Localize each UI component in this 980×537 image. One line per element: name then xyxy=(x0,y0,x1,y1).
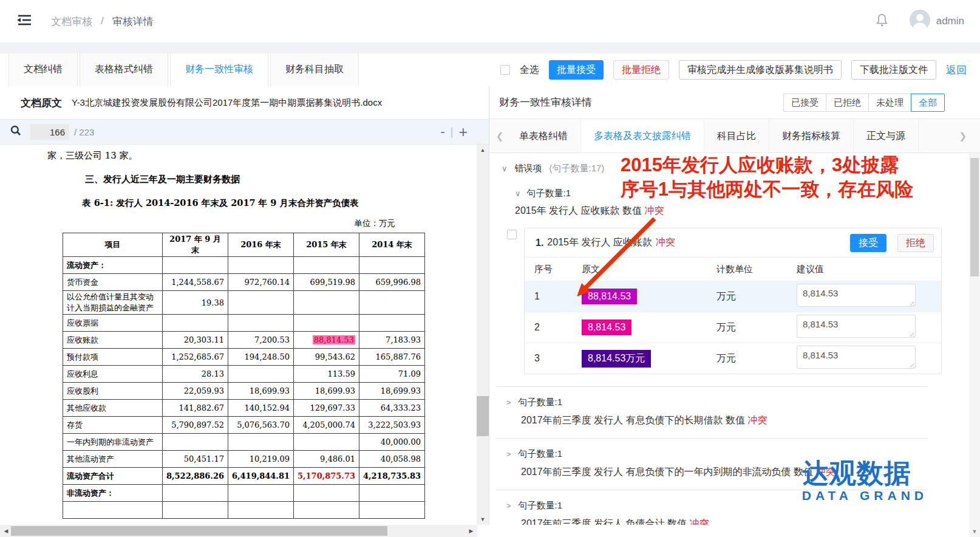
suggested-value-input[interactable] xyxy=(797,284,916,307)
document-paragraph: 家，三级公司 13 家。 xyxy=(47,150,489,162)
suggested-value-input[interactable] xyxy=(797,346,916,369)
sentence-count: 句子数量:1 xyxy=(519,448,563,460)
tab-multi-table-disclosure[interactable]: 多表格及表文披露纠错 xyxy=(581,119,704,152)
menu-collapse-icon[interactable] xyxy=(16,13,33,30)
toolbar-tab-table-format[interactable]: 表格格式纠错 xyxy=(80,53,168,86)
review-item[interactable]: >句子数量:12017年前三季度 发行人 有息负债下的长期借款 数值 冲突 xyxy=(495,386,928,438)
batch-reject-button[interactable]: 批量拒绝 xyxy=(613,60,669,80)
unit-label: 万元 xyxy=(716,321,797,334)
balance-sheet-header-row: 项目 2017 年 9 月末 2016 年末 2015 年末 2014 年末 xyxy=(63,233,425,257)
filter-accepted[interactable]: 已接受 xyxy=(783,94,826,112)
toolbar: 文档纠错 表格格式纠错 财务一致性审核 财务科目抽取 全选 批量接受 批量拒绝 … xyxy=(0,53,980,86)
select-all-checkbox[interactable] xyxy=(500,65,510,75)
scroll-up-arrow[interactable]: ▲ xyxy=(477,147,489,153)
breadcrumb-parent[interactable]: 文档审核 xyxy=(51,15,92,29)
tabs-scroll-left-icon[interactable]: ❮ xyxy=(493,119,506,152)
page-number-input[interactable] xyxy=(30,124,69,140)
doc-table-row xyxy=(63,502,425,519)
scroll-down-arrow[interactable]: ▼ xyxy=(969,528,980,535)
card-row: 38,814.53万元万元 xyxy=(525,343,941,374)
filter-all[interactable]: 全部 xyxy=(911,94,945,112)
logo-english: DATA GRAND xyxy=(802,488,928,503)
finish-generate-button[interactable]: 审核完成并生成修改版募集说明书 xyxy=(679,60,842,80)
tab-financial-indicator[interactable]: 财务指标核算 xyxy=(769,119,854,152)
sentence-description: 2017年前三季度 发行人 有息负债下的长期借款 数值 冲突 xyxy=(521,414,928,427)
notification-bell-icon[interactable] xyxy=(875,12,889,30)
original-value-chip[interactable]: 8,814.53 xyxy=(582,320,631,335)
app-root: 文档审核 / 审核详情 admin 文档纠错 表格格式纠 xyxy=(0,0,980,537)
red-annotation-text: 2015年发行人应收账款，3处披露 序号1与其他两处不一致，存在风险 xyxy=(621,153,913,202)
balance-sheet-table: 项目 2017 年 9 月末 2016 年末 2015 年末 2014 年末 流… xyxy=(63,233,425,519)
unit-label: 万元 xyxy=(716,352,797,365)
doc-table-row: 应收账款20,303.117,200.5388,814.537,183.93 xyxy=(63,332,425,349)
doc-table-row: 其他应收款141,882.67140,152.94129,697.3364,33… xyxy=(63,400,425,417)
sentence-description: 2017年前三季度 发行人 负债合计 数值 冲突 xyxy=(521,518,928,525)
card-row: 28,814.53万元 xyxy=(525,312,941,343)
document-source-label: 文档原文 xyxy=(21,96,62,110)
doc-table-row: 其他流动资产50,451.1710,219.099,486.0140,058.9… xyxy=(63,451,425,468)
card-checkbox[interactable] xyxy=(507,230,517,239)
scroll-left-arrow[interactable]: ◀ xyxy=(1,525,11,537)
suggested-value-input[interactable] xyxy=(797,315,916,338)
chevron-down-icon[interactable]: ∨ xyxy=(515,189,521,198)
doc-table-row: 流动资产： xyxy=(63,257,425,274)
chevron-right-icon[interactable]: > xyxy=(506,398,511,407)
status-filter-group: 已接受 已拒绝 未处理 全部 xyxy=(784,94,945,112)
scroll-down-arrow[interactable]: ▼ xyxy=(477,516,489,522)
zoom-out-button[interactable]: - xyxy=(435,125,450,139)
tab-single-table[interactable]: 单表格纠错 xyxy=(506,119,581,152)
col-2017-09: 2017 年 9 月末 xyxy=(163,233,228,257)
document-zoombar: / 223 - | + xyxy=(0,119,489,145)
batch-accept-button[interactable]: 批量接受 xyxy=(549,60,604,80)
tabs-scroll-right-icon[interactable]: ❯ xyxy=(959,119,967,153)
toolbar-tab-financial-consistency[interactable]: 财务一致性审核 xyxy=(170,53,268,86)
tab-subject-ratio[interactable]: 科目占比 xyxy=(704,119,769,152)
row-seq: 3 xyxy=(534,353,582,364)
download-annotated-button[interactable]: 下载批注版文件 xyxy=(851,60,936,80)
conflict-badge: 冲突 xyxy=(689,518,709,525)
username-label[interactable]: admin xyxy=(936,15,964,27)
select-all-label[interactable]: 全选 xyxy=(520,64,539,77)
scrollbar-thumb[interactable] xyxy=(477,396,489,436)
chevron-right-icon[interactable]: > xyxy=(506,501,511,510)
reject-button[interactable]: 拒绝 xyxy=(897,234,934,252)
accept-button[interactable]: 接受 xyxy=(850,234,886,252)
chevron-down-icon[interactable]: ∨ xyxy=(502,164,508,173)
doc-table-body: 流动资产：货币资金1,244,558.67972,760.14699,519.9… xyxy=(63,257,425,519)
review-vertical-scrollbar[interactable]: ▼ xyxy=(969,153,980,537)
toolbar-tab-subject-extraction[interactable]: 财务科目抽取 xyxy=(270,53,359,86)
document-unit-note: 单位：万元 xyxy=(63,218,395,229)
sentence-count: 句子数量:1 xyxy=(519,500,563,511)
scrollbar-thumb[interactable] xyxy=(11,526,387,536)
search-icon[interactable] xyxy=(10,125,22,139)
main-area: 文档原文 Y-3北京城建投资发展股份有限公司2017年度第一期中期票据募集说明书… xyxy=(0,86,980,525)
toolbar-tab-doc-correction[interactable]: 文档纠错 xyxy=(9,53,78,86)
user-avatar[interactable] xyxy=(910,10,930,33)
original-value-chip[interactable]: 8,814.53万元 xyxy=(582,350,651,368)
breadcrumb: 文档审核 / 审核详情 xyxy=(51,15,154,29)
tab-text-vs-source[interactable]: 正文与源 xyxy=(854,119,919,152)
unit-label: 万元 xyxy=(716,290,797,303)
filter-rejected[interactable]: 已拒绝 xyxy=(826,94,869,112)
annotation-line1: 2015年发行人应收账款，3处披露 xyxy=(621,153,913,177)
red-annotation-arrow xyxy=(565,211,668,303)
doc-table-row: 应收利息28.13113.5971.09 xyxy=(63,366,425,383)
document-title-row: 文档原文 Y-3北京城建投资发展股份有限公司2017年度第一期中期票据募集说明书… xyxy=(0,86,489,119)
document-page: 家，三级公司 13 家。 三、发行人近三年及一期主要财务数据 表 6-1: 发行… xyxy=(0,145,489,525)
chevron-right-icon[interactable]: > xyxy=(506,450,511,459)
scroll-right-arrow[interactable]: ▶ xyxy=(466,525,476,537)
col-2014: 2014 年末 xyxy=(359,233,425,257)
scrollbar-thumb[interactable] xyxy=(970,158,979,276)
document-vertical-scrollbar[interactable]: ▲ ▼ xyxy=(477,145,489,525)
doc-table-row: 货币资金1,244,558.67972,760.14699,519.98659,… xyxy=(63,274,425,291)
zoom-in-button[interactable]: + xyxy=(453,125,473,139)
error-group-count: (句子数量:17) xyxy=(550,163,605,174)
document-horizontal-scrollbar[interactable]: ◀ ▶ xyxy=(0,525,477,537)
back-link[interactable]: 返回 xyxy=(946,63,967,77)
error-group-label: 错误项 xyxy=(515,163,542,174)
col-2016: 2016 年末 xyxy=(228,233,294,257)
top-header: 文档审核 / 审核详情 admin xyxy=(0,0,980,43)
sentence-count: 句子数量:1 xyxy=(527,188,571,199)
breadcrumb-current: 审核详情 xyxy=(112,15,154,29)
filter-pending[interactable]: 未处理 xyxy=(868,94,911,112)
